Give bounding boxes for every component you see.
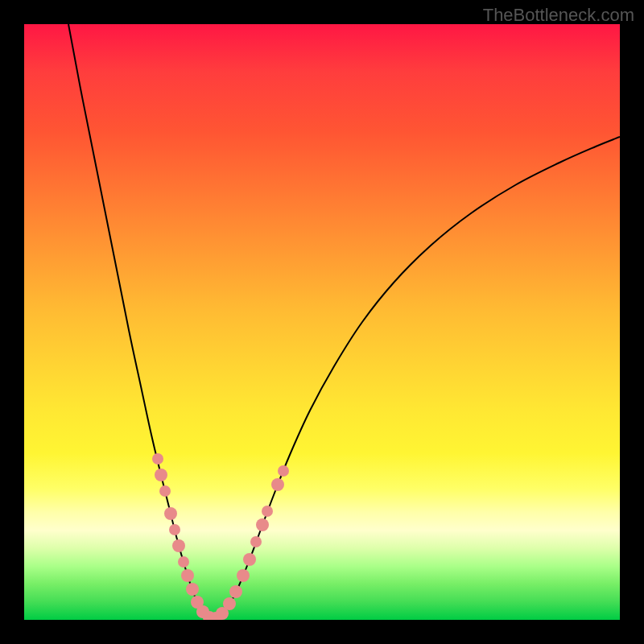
data-dot <box>178 556 189 568</box>
data-dot <box>223 597 236 610</box>
data-dot <box>152 453 163 464</box>
data-dot <box>169 524 180 535</box>
data-dot <box>164 507 177 520</box>
data-dot <box>229 585 242 598</box>
v-curve <box>68 24 620 619</box>
chart-plot-area <box>24 24 620 620</box>
data-dot <box>172 539 185 552</box>
data-dot <box>159 485 171 497</box>
data-dot <box>271 478 284 491</box>
data-dot <box>181 569 194 582</box>
data-dot <box>186 583 199 596</box>
data-dot <box>250 536 262 547</box>
data-dot <box>237 569 250 582</box>
data-dot <box>278 465 289 477</box>
data-dot <box>256 518 269 531</box>
chart-svg <box>24 24 620 620</box>
data-dots <box>152 453 289 620</box>
data-dot <box>155 469 167 481</box>
data-dot <box>243 553 256 566</box>
watermark-text: TheBottleneck.com <box>483 5 634 26</box>
data-dot <box>262 506 273 517</box>
